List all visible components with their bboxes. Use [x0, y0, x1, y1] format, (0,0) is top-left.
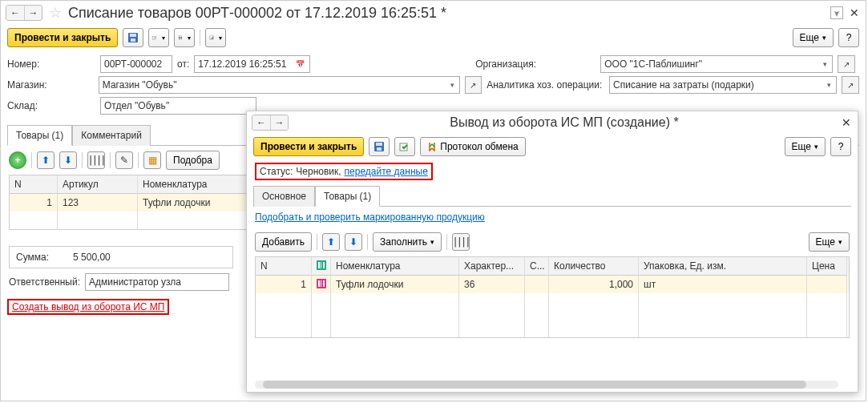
responsible-label: Ответственный:	[9, 276, 80, 288]
edit-icon[interactable]: ✎	[115, 151, 133, 169]
nested-sub-toolbar: Добавить ⬆ ⬇ Заполнить |||| Еще	[247, 228, 858, 256]
help-button[interactable]: ?	[830, 137, 851, 156]
close-icon[interactable]: ✕	[840, 116, 853, 129]
attach-icon[interactable]	[830, 6, 843, 19]
barcode-icon[interactable]: ||||	[87, 151, 105, 169]
status-row: Статус: Черновик, передайте данные	[255, 163, 433, 180]
from-label: от:	[177, 58, 189, 70]
svg-rect-20	[318, 280, 320, 287]
nested-table: N Номенклатура Характер... С... Количест…	[255, 256, 850, 338]
nested-window: ← → Вывод из оборота ИС МП (создание) * …	[246, 111, 858, 393]
col-article: Артикул	[58, 175, 138, 194]
tab-main[interactable]: Основное	[253, 186, 315, 207]
fill-button[interactable]: Заполнить	[373, 232, 442, 252]
save-button[interactable]	[369, 137, 390, 156]
nav-buttons: ← →	[6, 5, 42, 21]
create-withdrawal-link[interactable]: Создать вывод из оборота ИС МП	[7, 299, 169, 315]
nested-title-bar: ← → Вывод из оборота ИС МП (создание) * …	[247, 111, 858, 134]
pick-link-row: Подобрать и проверить маркированную прод…	[247, 207, 858, 228]
analytics-label: Аналитика хоз. операции:	[486, 79, 604, 91]
svg-rect-13	[377, 147, 382, 151]
col-nomenclature: Номенклатура	[138, 175, 258, 194]
nav-forward-icon[interactable]: →	[270, 115, 288, 130]
more-button[interactable]: Еще	[809, 232, 850, 252]
form-fields: Номер: 00РТ-000002 от: 17.12.2019 16:25:…	[1, 50, 866, 119]
barcode-icon[interactable]: ||||	[452, 233, 470, 251]
more-button[interactable]: Еще	[785, 137, 826, 156]
svg-rect-9	[212, 38, 212, 39]
print-button[interactable]	[174, 28, 195, 47]
svg-rect-18	[323, 262, 325, 268]
tab-comment[interactable]: Комментарий	[72, 125, 151, 146]
calendar-icon[interactable]: 📅	[294, 60, 306, 68]
col-s: С...	[525, 257, 549, 276]
pick-button[interactable]: Подобра	[166, 151, 220, 170]
nested-tabs: Основное Товары (1)	[253, 185, 851, 207]
favorite-star-icon[interactable]: ☆	[49, 4, 62, 22]
move-up-icon[interactable]: ⬆	[322, 233, 340, 251]
save-button[interactable]	[123, 28, 143, 47]
report-button[interactable]	[205, 28, 226, 47]
responsible-input[interactable]: Администратор узла	[85, 273, 229, 291]
svg-rect-16	[318, 262, 320, 268]
col-mark-icon	[312, 257, 331, 276]
warehouse-input[interactable]: Отдел "Обувь"	[100, 97, 256, 115]
open-icon[interactable]: ↗	[465, 76, 482, 94]
open-icon[interactable]: ↗	[842, 76, 859, 94]
separator	[200, 30, 200, 46]
analytics-input[interactable]: Списание на затраты (подарки)▾	[609, 76, 837, 94]
col-n: N	[256, 257, 312, 276]
move-down-icon[interactable]: ⬇	[59, 151, 77, 169]
main-toolbar: Провести и закрыть Еще ?	[1, 25, 866, 50]
post-button[interactable]	[148, 28, 169, 47]
warehouse-label: Склад:	[7, 100, 95, 111]
svg-rect-22	[323, 280, 325, 287]
col-price: Цена	[807, 257, 847, 276]
nav-forward-icon[interactable]: →	[24, 6, 42, 20]
move-up-icon[interactable]: ⬆	[37, 151, 55, 169]
col-n: N	[10, 175, 58, 194]
tab-goods[interactable]: Товары (1)	[7, 125, 72, 146]
svg-rect-10	[213, 37, 214, 39]
post-and-close-button[interactable]: Провести и закрыть	[253, 137, 364, 156]
sum-label: Сумма:	[16, 252, 49, 263]
org-input[interactable]: ООО "1С-Паблишинг"▾	[600, 55, 833, 73]
nested-toolbar: Провести и закрыть Протокол обмена Еще ?	[247, 134, 858, 159]
status-link[interactable]: передайте данные	[345, 166, 428, 177]
status-value: Черновик,	[296, 166, 341, 177]
add-button[interactable]: Добавить	[255, 232, 312, 252]
more-button[interactable]: Еще	[793, 28, 834, 47]
post-button[interactable]	[394, 137, 415, 156]
col-nomenclature: Номенклатура	[331, 257, 459, 276]
title-bar: ← → ☆ Списание товаров 00РТ-000002 от 17…	[1, 1, 866, 25]
window-actions: ✕	[830, 6, 861, 19]
svg-rect-5	[180, 36, 182, 38]
help-button[interactable]: ?	[838, 28, 859, 47]
nav-back-icon[interactable]: ←	[6, 6, 24, 20]
add-row-icon[interactable]: +	[9, 151, 26, 169]
close-icon[interactable]: ✕	[848, 6, 861, 19]
window-title: Списание товаров 00РТ-000002 от 17.12.20…	[68, 5, 827, 22]
number-input[interactable]: 00РТ-000002	[100, 55, 172, 73]
box-icon[interactable]: ▦	[143, 151, 161, 169]
number-label: Номер:	[7, 58, 95, 70]
svg-rect-21	[321, 280, 321, 287]
store-input[interactable]: Магазин "Обувь"▾	[99, 76, 460, 94]
col-qty: Количество	[549, 257, 639, 276]
svg-rect-6	[180, 38, 182, 39]
pick-marked-link[interactable]: Подобрать и проверить маркированную прод…	[255, 212, 485, 223]
post-and-close-button[interactable]: Провести и закрыть	[7, 28, 118, 47]
horizontal-scrollbar[interactable]	[255, 381, 838, 389]
col-pack: Упаковка, Ед. изм.	[639, 257, 807, 276]
tab-goods[interactable]: Товары (1)	[315, 186, 380, 207]
protocol-button[interactable]: Протокол обмена	[420, 137, 525, 156]
nested-window-title: Вывод из оборота ИС МП (создание) *	[292, 115, 837, 130]
open-icon[interactable]: ↗	[838, 55, 855, 73]
nav-back-icon[interactable]: ←	[252, 115, 270, 130]
org-label: Организация:	[475, 58, 595, 70]
mark-status-icon	[312, 276, 331, 293]
move-down-icon[interactable]: ⬇	[345, 233, 362, 251]
table-row[interactable]: 1 Туфли лодочки 36 1,000 шт	[256, 276, 849, 293]
date-input[interactable]: 17.12.2019 16:25:51📅	[194, 55, 310, 73]
status-label: Статус:	[260, 166, 293, 177]
